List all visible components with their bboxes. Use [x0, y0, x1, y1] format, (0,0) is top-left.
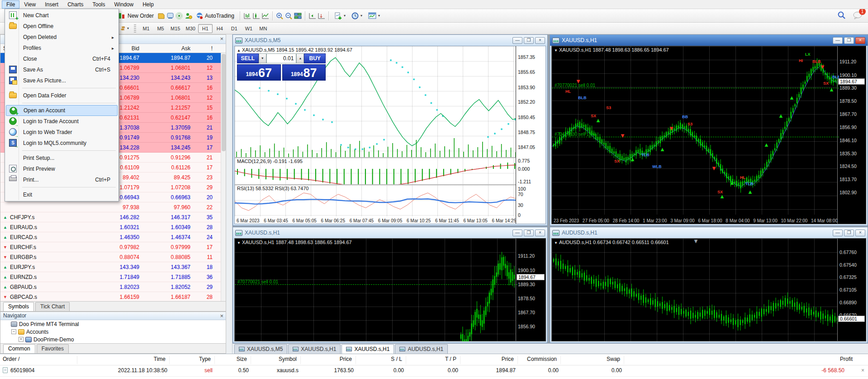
scrollbar-thumb[interactable]: [222, 54, 226, 151]
timeframe-button[interactable]: M30: [183, 24, 198, 33]
navigator-tree-item[interactable]: Doo Prime MT4 Terminal: [0, 320, 226, 328]
chart-tab[interactable]: AUDUSD.s,H1: [395, 344, 448, 354]
menu-bar-item[interactable]: Tools: [88, 0, 110, 9]
panel-close-icon[interactable]: ×: [220, 35, 223, 42]
terminal-column-header[interactable]: Symbol: [251, 356, 299, 364]
navigator-tree-item[interactable]: − Accounts: [0, 328, 226, 336]
restore-button[interactable]: ❐: [524, 230, 534, 236]
terminal-column-header[interactable]: Type: [169, 356, 213, 364]
file-menu-item[interactable]: Open Deleted ▸: [6, 32, 118, 43]
file-menu-item[interactable]: [6, 185, 118, 189]
chart-content[interactable]: ▲XAUUSD.s,M5 1894.15 1895.42 1893.92 189…: [234, 46, 546, 224]
file-menu-item[interactable]: Print Preview: [6, 163, 118, 174]
file-menu-item[interactable]: Save As Ctrl+S: [6, 64, 118, 75]
open-account-icon[interactable]: [185, 12, 192, 19]
terminal-column-header[interactable]: S / L: [356, 356, 404, 364]
terminal-column-header[interactable]: Price: [300, 356, 354, 364]
tree-expander-icon[interactable]: +: [19, 337, 24, 342]
chart-content[interactable]: ▼AUDUSD.s,H1 0.66734 0.66742 0.66511 0.6…: [551, 238, 866, 341]
window-titlebar[interactable]: XAUUSD.s,H1 — ❐ ×: [233, 227, 547, 238]
symbols-sort-button[interactable]: ⇵ ▾: [119, 24, 131, 33]
minimize-button[interactable]: —: [833, 37, 843, 44]
restore-button[interactable]: ❐: [844, 37, 854, 44]
terminal-column-header[interactable]: Size: [214, 356, 249, 364]
periods-button[interactable]: ▾: [349, 11, 365, 21]
market-watch-row[interactable]: ▲GBPAUD.s 1.82023 1.82052 29: [0, 282, 226, 292]
market-watch-row[interactable]: ▼EURGBP.s 0.88074 0.88085 11: [0, 252, 226, 262]
add-indicator-button[interactable]: ▾: [332, 11, 348, 21]
close-button[interactable]: ×: [535, 37, 545, 44]
menu-bar-item[interactable]: File: [2, 0, 19, 9]
terminal-window-icon[interactable]: [166, 12, 174, 19]
file-menu-item[interactable]: Open an Account: [6, 105, 118, 116]
timeframe-button[interactable]: MN: [256, 24, 270, 33]
window-titlebar[interactable]: AUDUSD.s,H1 — ❐ ×: [550, 227, 868, 238]
price-axis[interactable]: 1911.201900.101889.301878.501867.701856.…: [516, 239, 545, 341]
terminal-column-header[interactable]: Commission: [517, 356, 559, 364]
history-center-icon[interactable]: [157, 12, 165, 19]
close-button[interactable]: ×: [855, 230, 865, 236]
chart-shift-icon[interactable]: [308, 12, 316, 19]
menu-bar-item[interactable]: Help: [138, 0, 158, 9]
navigator-tree-item[interactable]: + DooPrime-Demo: [0, 336, 226, 343]
window-titlebar[interactable]: XAUUSD.s,M5 — ❐ ×: [233, 35, 547, 46]
file-menu-item[interactable]: [6, 101, 118, 105]
market-watch-scrollbar[interactable]: [221, 53, 226, 302]
candlestick-mode-icon[interactable]: [252, 12, 260, 19]
panel-splitter[interactable]: [226, 34, 232, 354]
restore-button[interactable]: ❐: [844, 230, 854, 236]
market-watch-tab[interactable]: Symbols: [3, 302, 34, 311]
signals-icon[interactable]: [175, 12, 183, 19]
tile-windows-icon[interactable]: [294, 12, 302, 19]
price-axis[interactable]: 1911.201900.101889.301878.501867.701856.…: [837, 46, 866, 224]
price-axis[interactable]: 1857.351855.651853.901852.201850.451848.…: [516, 46, 545, 224]
navigator-tab[interactable]: Favorites: [37, 344, 69, 353]
market-watch-row[interactable]: ▲EURJPY.s 143.349 143.367 18: [0, 262, 226, 272]
file-menu-item[interactable]: Open Data Folder: [6, 90, 118, 101]
sell-price-panel[interactable]: 189467: [237, 64, 281, 81]
chart-tab[interactable]: XAUUSD.s,H1: [342, 344, 394, 354]
terminal-order-row[interactable]: 65019804 2022.11.18 10:38:50 sell 0.50 x…: [0, 365, 868, 376]
chart-autoscroll-icon[interactable]: [318, 12, 325, 19]
file-menu-item[interactable]: Save As Picture...: [6, 75, 118, 86]
terminal-column-header[interactable]: Profit: [624, 356, 854, 364]
menu-bar-item[interactable]: Charts: [63, 0, 88, 9]
file-menu-item[interactable]: Close Ctrl+F4: [6, 53, 118, 64]
terminal-column-header[interactable]: Order /: [3, 356, 75, 364]
terminal-column-header[interactable]: Swap: [560, 356, 622, 364]
volume-decrease-button[interactable]: ▼: [259, 53, 266, 63]
market-watch-row[interactable]: ▲EURCAD.s 1.46350 1.46374 24: [0, 232, 226, 242]
timeframe-button[interactable]: M1: [139, 24, 153, 33]
market-watch-row[interactable]: ▲EURAUD.s 1.60321 1.60349 28: [0, 222, 226, 232]
column-spread[interactable]: !: [190, 45, 215, 52]
tree-expander-icon[interactable]: −: [11, 329, 16, 334]
file-menu-item[interactable]: Print Setup...: [6, 153, 118, 163]
templates-button[interactable]: ▾: [366, 11, 382, 20]
autotrading-button[interactable]: AutoTrading: [194, 11, 237, 21]
buy-price-panel[interactable]: 189487: [282, 64, 326, 81]
chart-tab[interactable]: XAUUSD.s,H1: [288, 344, 341, 354]
bar-chart-mode-icon[interactable]: [243, 12, 251, 19]
menu-bar-item[interactable]: Window: [110, 0, 138, 9]
terminal-column-header[interactable]: Time: [77, 356, 167, 364]
restore-button[interactable]: ❐: [524, 37, 534, 44]
terminal-column-header[interactable]: Price: [460, 356, 516, 364]
close-order-icon[interactable]: ×: [861, 367, 864, 374]
buy-button[interactable]: BUY: [304, 53, 326, 63]
sell-button[interactable]: SELL: [237, 53, 259, 63]
market-watch-row[interactable]: ▼GBPCAD.s 1.66159 1.66187 28: [0, 292, 226, 302]
timeframe-button[interactable]: M5: [153, 24, 168, 33]
zoom-in-icon[interactable]: [276, 12, 284, 19]
file-menu-item[interactable]: Login to Trade Account: [6, 116, 118, 127]
line-chart-mode-icon[interactable]: [261, 12, 269, 19]
timeframe-button[interactable]: H4: [213, 24, 227, 33]
file-menu-item[interactable]: [6, 86, 118, 90]
navigator-tab[interactable]: Common: [3, 344, 35, 353]
chat-button[interactable]: 1: [853, 11, 863, 19]
column-ask[interactable]: Ask: [139, 45, 190, 52]
open-trade-line[interactable]: #70770021 sell 0.01: [235, 284, 517, 285]
market-watch-row[interactable]: ▲CHFJPY.s 146.282 146.317 35: [0, 212, 226, 222]
chart-tab[interactable]: XAUUSD.s,M5: [234, 344, 287, 354]
file-menu-item[interactable]: Login to Web Trader: [6, 127, 118, 138]
price-axis[interactable]: 0.677600.675400.673250.671050.668900.666…: [837, 239, 866, 341]
